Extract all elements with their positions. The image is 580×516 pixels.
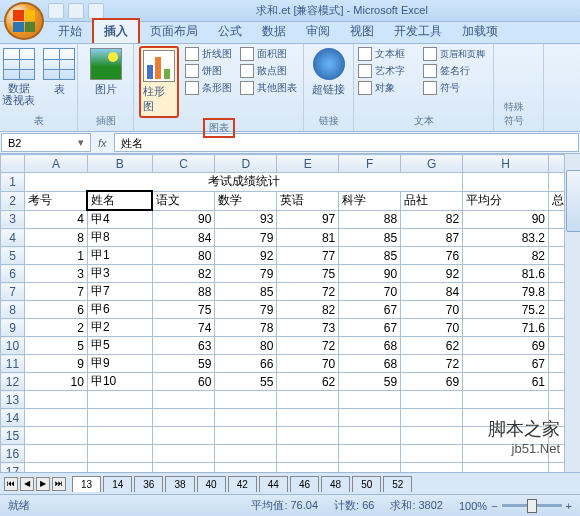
selected-cell[interactable]: 姓名 — [87, 191, 152, 210]
column-chart-button[interactable]: 柱形图 — [139, 46, 179, 118]
tab-insert[interactable]: 插入 — [92, 18, 140, 43]
row-header[interactable]: 5 — [1, 247, 25, 265]
tab-formulas[interactable]: 公式 — [208, 20, 252, 43]
table-row[interactable]: 92甲2747873677071.6 — [1, 319, 580, 337]
table-row[interactable]: 1210甲10605562596961 — [1, 373, 580, 391]
title-cell[interactable]: 考试成绩统计 — [25, 173, 463, 192]
wordart-icon — [358, 64, 372, 78]
col-C[interactable]: C — [152, 155, 215, 173]
other-chart-button[interactable]: 其他图表 — [238, 80, 299, 96]
row-1[interactable]: 1 — [1, 173, 25, 192]
row-header[interactable]: 3 — [1, 210, 25, 229]
sheet-tab[interactable]: 44 — [259, 476, 288, 492]
col-G[interactable]: G — [401, 155, 463, 173]
row-header[interactable]: 10 — [1, 337, 25, 355]
table-row[interactable]: 34甲4909397888290 — [1, 210, 580, 229]
row-header[interactable]: 6 — [1, 265, 25, 283]
table-row[interactable]: 48甲8847981858783.2 — [1, 229, 580, 247]
row-header[interactable]: 8 — [1, 301, 25, 319]
tab-layout[interactable]: 页面布局 — [140, 20, 208, 43]
row-header[interactable]: 11 — [1, 355, 25, 373]
tab-addins[interactable]: 加载项 — [452, 20, 508, 43]
symbol-button[interactable]: 符号 — [421, 80, 485, 96]
vertical-scrollbar[interactable] — [564, 154, 580, 472]
sheet-tab[interactable]: 50 — [352, 476, 381, 492]
tab-home[interactable]: 开始 — [48, 20, 92, 43]
table-row[interactable]: 105甲5638072686269 — [1, 337, 580, 355]
symbol-icon — [423, 81, 437, 95]
sheet-tab[interactable]: 42 — [228, 476, 257, 492]
zoom-in-icon[interactable]: + — [566, 500, 572, 512]
table-row[interactable]: 51甲1809277857682 — [1, 247, 580, 265]
redo-icon[interactable] — [88, 3, 104, 19]
dropdown-icon[interactable]: ▾ — [78, 136, 84, 149]
tab-data[interactable]: 数据 — [252, 20, 296, 43]
col-H[interactable]: H — [463, 155, 549, 173]
col-B[interactable]: B — [87, 155, 152, 173]
sheet-nav-button[interactable]: ◀ — [20, 477, 34, 491]
sheet-tab[interactable]: 13 — [72, 476, 101, 492]
textbox-button[interactable]: 文本框 — [356, 46, 420, 62]
formula-input[interactable]: 姓名 — [114, 133, 579, 152]
watermark: 脚本之家 jb51.Net — [488, 417, 560, 456]
table-button[interactable]: 表 — [41, 46, 77, 108]
area-chart-button[interactable]: 面积图 — [238, 46, 299, 62]
row-header[interactable]: 4 — [1, 229, 25, 247]
object-button[interactable]: 对象 — [356, 80, 420, 96]
signature-button[interactable]: 签名行 — [421, 63, 485, 79]
select-all[interactable] — [1, 155, 25, 173]
table-row[interactable]: 77甲7888572708479.8 — [1, 283, 580, 301]
sheet-tab[interactable]: 36 — [134, 476, 163, 492]
title-bar: 求和.et [兼容模式] - Microsoft Excel — [0, 0, 580, 22]
name-box[interactable]: B2▾ — [1, 133, 91, 152]
row-header[interactable]: 17 — [1, 463, 25, 473]
zoom-slider[interactable] — [502, 504, 562, 507]
table-row[interactable]: 63甲3827975909281.6 — [1, 265, 580, 283]
hyperlink-button[interactable]: 超链接 — [310, 46, 347, 99]
tab-developer[interactable]: 开发工具 — [384, 20, 452, 43]
row-header[interactable]: 15 — [1, 427, 25, 445]
scatter-chart-button[interactable]: 散点图 — [238, 63, 299, 79]
row-header[interactable]: 9 — [1, 319, 25, 337]
table-row[interactable]: 119甲9596670687267 — [1, 355, 580, 373]
header-footer-button[interactable]: 页眉和页脚 — [421, 46, 489, 62]
zoom-out-icon[interactable]: − — [491, 500, 497, 512]
office-button[interactable] — [4, 2, 44, 40]
pie-chart-button[interactable]: 饼图 — [183, 63, 234, 79]
sheet-tab[interactable]: 40 — [197, 476, 226, 492]
col-A[interactable]: A — [25, 155, 88, 173]
fx-icon[interactable]: fx — [98, 137, 107, 149]
row-header[interactable]: 14 — [1, 409, 25, 427]
sheet-tab[interactable]: 52 — [383, 476, 412, 492]
sheet-nav-button[interactable]: ⏭ — [52, 477, 66, 491]
picture-button[interactable]: 图片 — [88, 46, 124, 99]
save-icon[interactable] — [48, 3, 64, 19]
col-D[interactable]: D — [215, 155, 277, 173]
sheet-tab[interactable]: 46 — [290, 476, 319, 492]
bar-chart-button[interactable]: 条形图 — [183, 80, 234, 96]
zoom-control[interactable]: 100% − + — [459, 500, 572, 512]
undo-icon[interactable] — [68, 3, 84, 19]
ribbon-tabs: 开始 插入 页面布局 公式 数据 审阅 视图 开发工具 加载项 — [0, 22, 580, 44]
sheet-tab[interactable]: 14 — [103, 476, 132, 492]
row-header[interactable]: 16 — [1, 445, 25, 463]
tab-review[interactable]: 审阅 — [296, 20, 340, 43]
sheet-nav-button[interactable]: ⏮ — [4, 477, 18, 491]
row-header[interactable]: 7 — [1, 283, 25, 301]
table-row[interactable]: 86甲6757982677075.2 — [1, 301, 580, 319]
row-header[interactable]: 12 — [1, 373, 25, 391]
row-header[interactable]: 13 — [1, 391, 25, 409]
sheet-nav-button[interactable]: ▶ — [36, 477, 50, 491]
line-chart-button[interactable]: 折线图 — [183, 46, 234, 62]
sheet-tab[interactable]: 48 — [321, 476, 350, 492]
tab-view[interactable]: 视图 — [340, 20, 384, 43]
row-2[interactable]: 2 — [1, 191, 25, 210]
col-E[interactable]: E — [277, 155, 339, 173]
sheet-tab[interactable]: 38 — [165, 476, 194, 492]
illus-group-label: 插图 — [92, 113, 120, 129]
wordart-button[interactable]: 艺术字 — [356, 63, 420, 79]
col-F[interactable]: F — [339, 155, 401, 173]
pivot-table-button[interactable]: 数据 透视表 — [0, 46, 37, 108]
window-title: 求和.et [兼容模式] - Microsoft Excel — [104, 3, 580, 18]
status-ready: 就绪 — [8, 498, 30, 513]
